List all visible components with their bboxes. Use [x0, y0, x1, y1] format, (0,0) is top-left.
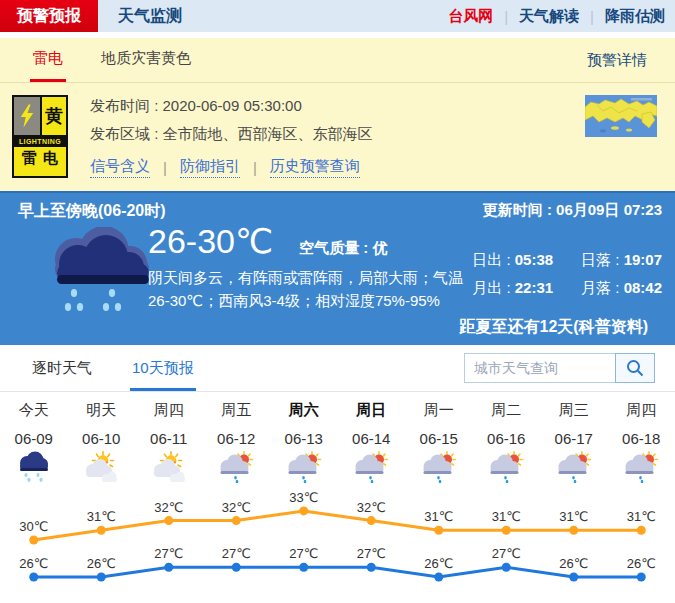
- forecast-day: 周六06-13: [270, 401, 338, 492]
- warning-tab-lightning[interactable]: 雷电: [30, 38, 66, 82]
- day-date: 06-15: [405, 430, 473, 447]
- lightning-bolt-icon: [14, 97, 42, 135]
- link-signal-meaning[interactable]: 信号含义: [90, 157, 150, 178]
- data-point: [164, 516, 173, 525]
- cloud-sun-rain-icon: [473, 451, 541, 485]
- day-date: 06-17: [540, 430, 608, 447]
- data-label: 31℃: [424, 509, 453, 524]
- day-date: 06-10: [68, 430, 136, 447]
- data-point: [434, 573, 443, 582]
- data-label: 27℃: [289, 546, 318, 561]
- cloud-sun-rain-icon: [270, 451, 338, 485]
- publish-time-label: 发布时间 :: [90, 97, 163, 114]
- lightning-warning-badge-icon: 黄 LIGHTNING 雷电: [12, 95, 68, 178]
- solstice-text: 距夏至还有12天: [460, 318, 574, 335]
- day-label: 明天: [68, 401, 136, 420]
- current-weather-panel: 早上至傍晚(06-20时) 更新时间 : 06月09日 07:23 26-30℃…: [0, 191, 675, 345]
- warning-tab-geohazard[interactable]: 地质灾害黄色: [98, 38, 194, 82]
- forecast-day: 周一06-15: [405, 401, 473, 492]
- air-quality-value: 优: [373, 239, 388, 256]
- tab-hourly-weather[interactable]: 逐时天气: [30, 345, 94, 391]
- sunrise: 日出 : 05:38: [472, 251, 553, 270]
- warning-map-thumbnail[interactable]: [585, 95, 657, 178]
- publish-time-value: 2020-06-09 05:30:00: [163, 97, 302, 114]
- temperature-chart-wrap: 30℃31℃32℃32℃33℃32℃31℃31℃31℃31℃26℃26℃27℃2…: [0, 492, 675, 603]
- data-label: 31℃: [492, 509, 521, 524]
- day-label: 周一: [405, 401, 473, 420]
- data-point: [97, 573, 106, 582]
- publish-area-value: 全市陆地、西部海区、东部海区: [163, 125, 373, 142]
- topnav-links: 台风网 | 天气解读 | 降雨估测: [448, 0, 675, 32]
- divider: |: [504, 8, 508, 25]
- data-label: 31℃: [559, 509, 588, 524]
- forecast-day: 周四06-11: [135, 401, 203, 492]
- data-label: 27℃: [492, 546, 521, 561]
- data-label: 26℃: [424, 556, 453, 571]
- temperature-range: 26-30℃: [148, 221, 273, 261]
- tab-ten-day-forecast[interactable]: 10天预报: [130, 345, 196, 391]
- data-label: 33℃: [289, 492, 318, 505]
- link-rain-estimate[interactable]: 降雨估测: [605, 7, 665, 26]
- data-label: 26℃: [559, 556, 588, 571]
- data-point: [232, 516, 241, 525]
- day-date: 06-12: [203, 430, 271, 447]
- update-time: 更新时间 : 06月09日 07:23: [483, 201, 662, 222]
- data-label: 32℃: [357, 500, 386, 515]
- temp-chart: 30℃31℃32℃32℃33℃32℃31℃31℃31℃31℃26℃26℃27℃2…: [0, 492, 675, 603]
- sun-moon-times: 日出 : 05:38 日落 : 19:07 月出 : 22:31 月落 : 08…: [472, 251, 662, 298]
- day-label: 周日: [338, 401, 406, 420]
- search-icon: [625, 358, 645, 378]
- forecast-day: 明天06-10: [68, 401, 136, 492]
- weather-description: 阴天间多云，有阵雨或雷阵雨，局部大雨；气温26-30℃；西南风3-4级；相对湿度…: [148, 266, 480, 313]
- search-button[interactable]: [615, 353, 655, 383]
- cloud-sun-rain-icon: [203, 451, 271, 485]
- data-point: [637, 526, 646, 535]
- moonset: 月落 : 08:42: [581, 279, 662, 298]
- day-label: 周四: [608, 401, 675, 420]
- link-typhoon-net[interactable]: 台风网: [448, 7, 493, 26]
- data-label: 27℃: [154, 546, 183, 561]
- data-label: 27℃: [222, 546, 251, 561]
- warning-detail-link[interactable]: 预警详情: [587, 38, 647, 82]
- data-label: 30℃: [19, 519, 48, 534]
- data-label: 26℃: [87, 556, 116, 571]
- day-label: 周四: [135, 401, 203, 420]
- forecast-day: 周四06-18: [608, 401, 675, 492]
- sunset: 日落 : 19:07: [581, 251, 662, 270]
- link-defense-guide[interactable]: 防御指引: [180, 157, 240, 178]
- data-point: [502, 526, 511, 535]
- top-nav: 预警预报 天气监测 台风网 | 天气解读 | 降雨估测: [0, 0, 675, 32]
- day-label: 周二: [473, 401, 541, 420]
- link-warning-history[interactable]: 历史预警查询: [270, 157, 360, 178]
- cloud-sun-rain-icon: [405, 451, 473, 485]
- forecast-days: 今天06-09 明天06-10 周四06-11 周五06-12 周六06-13: [0, 392, 675, 492]
- forecast-day: 周三06-17: [540, 401, 608, 492]
- data-point: [232, 563, 241, 572]
- city-search: [464, 345, 655, 391]
- day-label: 今天: [0, 401, 68, 420]
- day-label: 周六: [270, 401, 338, 420]
- tab-warning-forecast[interactable]: 预警预报: [0, 0, 98, 32]
- divider: |: [253, 159, 257, 176]
- solstice-science-link[interactable]: (科普资料): [573, 318, 648, 335]
- forecast-day: 周二06-16: [473, 401, 541, 492]
- forecast-period-title: 早上至傍晚(06-20时): [18, 201, 166, 222]
- data-label: 26℃: [19, 556, 48, 571]
- data-point: [502, 563, 511, 572]
- warning-body: 黄 LIGHTNING 雷电 发布时间 : 2020-06-09 05:30:0…: [0, 83, 675, 191]
- data-point: [367, 516, 376, 525]
- tab-weather-monitor[interactable]: 天气监测: [118, 0, 182, 32]
- day-date: 06-16: [473, 430, 541, 447]
- data-point: [164, 563, 173, 572]
- data-point: [569, 526, 578, 535]
- day-date: 06-11: [135, 430, 203, 447]
- link-weather-explain[interactable]: 天气解读: [519, 7, 579, 26]
- publish-area-label: 发布区域 :: [90, 125, 163, 142]
- city-search-input[interactable]: [464, 353, 616, 383]
- warning-section: 雷电 地质灾害黄色 预警详情 黄 LIGHTNING 雷电 发布时间 : 202…: [0, 38, 675, 191]
- data-point: [299, 563, 308, 572]
- data-point: [29, 536, 38, 545]
- solstice-countdown: 距夏至还有12天(科普资料): [460, 317, 648, 338]
- forecast-tabbar: 逐时天气 10天预报: [0, 345, 675, 392]
- day-label: 周五: [203, 401, 271, 420]
